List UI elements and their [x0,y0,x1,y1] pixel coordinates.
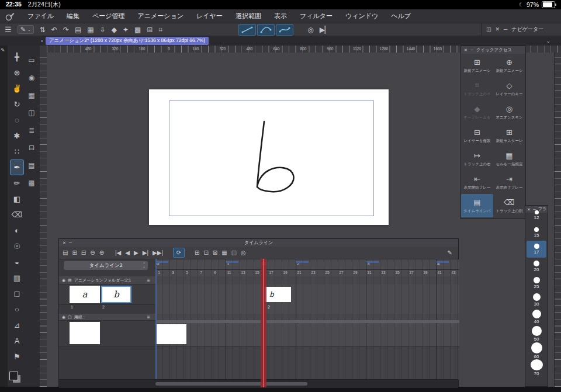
minimize-icon[interactable]: ─ [69,241,72,245]
track-menu-icon[interactable]: ≣ [147,278,150,282]
menu-file[interactable]: ファイル [21,12,60,20]
color-palette-icon[interactable]: ◉ [25,69,38,86]
ruler-tool[interactable]: ⊿ [10,317,24,333]
help-icon[interactable]: ◎ [307,26,313,33]
new-cel-icon[interactable]: ⊞ [195,250,199,256]
timeline-settings-icon[interactable]: ⊟ [81,250,86,256]
blend-tool[interactable]: ◐ [10,223,24,238]
menu-layer[interactable]: レイヤー [190,12,229,20]
grid-icon[interactable]: ⊞ [147,26,153,33]
qa-timeline-palette-selected[interactable]: ▤タイムラインパ [461,194,493,217]
subview-icon[interactable]: ▤ [25,157,38,174]
prev-frame-button[interactable]: ◀ [125,250,130,256]
snap-icon[interactable]: ⌗ [158,26,162,33]
polyline-tool-button[interactable] [238,24,256,36]
qa-onion-skin[interactable]: ◎オニオンスキン [493,100,525,124]
screentone-icon[interactable]: ▩ [134,26,141,33]
eraser-tool[interactable]: ⌫ [10,207,24,223]
track1-header[interactable]: ◉ ▤ アニメーションフォルダー:2:1 ≣ [59,276,155,285]
timeline-cel-block-b[interactable]: b [265,287,291,302]
qa-new-animation-folder[interactable]: ⊞新規アニメーシ [461,54,493,77]
main-color-swatch[interactable] [9,372,18,380]
brush-size-15[interactable]: 15 [527,224,546,241]
timeline-list-icon[interactable]: ▤ [63,250,68,256]
playhead[interactable] [261,259,266,387]
tab-list-chevron-icon[interactable]: ⌄ [546,38,550,44]
new-timeline-icon[interactable]: ⊞ [72,250,77,256]
paper-track-duration-bar[interactable] [155,320,459,323]
redo-icon[interactable]: ↷ [63,26,69,33]
qa-layer-keyframe[interactable]: ◇レイヤーのキー [493,77,525,100]
skip-start-button[interactable]: |◀ [115,250,121,256]
airbrush-tool[interactable]: ∷ [10,144,24,159]
frame-tool[interactable]: ○ [10,301,24,317]
menu-edit[interactable]: 編集 [60,12,86,20]
eye-visible-icon[interactable]: ◉ [62,315,65,319]
swap-arrows-icon[interactable]: ⇅ [40,26,46,33]
pen-tool-selected[interactable]: ✒ [10,159,24,175]
tone-icon[interactable]: ▩ [25,174,38,192]
timeline-name-selector[interactable]: タイムライン2 ⌃⌄ [64,261,148,270]
gradient-tool[interactable]: ▥ [10,270,24,286]
brush-size-17-selected[interactable]: 17 [527,241,546,258]
timeline-seconds-ruler[interactable]: 0 1 16 2 3 4 [155,259,459,270]
animation-cels-icon[interactable]: ▦ [25,86,38,104]
zoom-tool[interactable]: ⊕ [10,65,24,81]
material-icon[interactable]: ◆ [112,26,117,33]
loop-play-button-active[interactable]: ⟳ [173,248,185,258]
wand-icon[interactable]: ✦ [123,26,129,33]
qa-track-delete[interactable]: ⌫トラック上の削 [493,194,525,217]
track-menu-icon[interactable]: ≣ [147,315,150,319]
specify-cel-icon[interactable]: ⊡ [203,250,208,256]
brush-size-50[interactable]: 50 [527,325,546,342]
bezier-tool-button[interactable] [276,24,293,36]
fill-tool[interactable]: ◒ [10,254,24,270]
minimize-icon[interactable]: ─ [470,48,473,52]
app-logo-icon[interactable] [5,12,15,21]
brush-size-30[interactable]: 30 [527,292,546,308]
menu-filter[interactable]: フィルター [293,12,339,20]
skip-end-button[interactable]: ▶▶| [153,250,163,256]
paper-timeline-block[interactable] [155,324,186,344]
undo-icon[interactable]: ↶ [51,26,57,33]
cel-thumbnail-a[interactable]: a [70,286,100,303]
qa-track-shift-right[interactable]: ↦トラック上の右 [461,147,493,171]
qa-new-raster-layer[interactable]: ⊞新規ラスターレ [493,124,525,147]
zoom-out-icon[interactable]: ⊖ [90,250,95,256]
qa-new-animation-cel[interactable]: ⊕新規アニメーシ [493,54,525,77]
brush-size-20[interactable]: 20 [527,258,546,275]
menu-animation[interactable]: アニメーション [131,12,191,20]
qa-duplicate-layer[interactable]: ⊟レイヤーを複製 [461,124,493,147]
liquify-tool[interactable]: ☉ [10,238,24,254]
pencil-tool[interactable]: ✏ [10,175,24,191]
edit-timeline-icon[interactable]: ✎ [448,250,452,256]
brush-size-25[interactable]: 25 [527,275,546,292]
figure-tool[interactable]: ◻ [10,286,24,301]
marker-tool[interactable]: ◧ [10,191,24,207]
move-tool[interactable]: ╋ [10,49,24,65]
decoration-tool[interactable]: ✱ [10,128,24,144]
hand-tool[interactable]: ✌ [10,81,24,96]
qa-display-end-frame[interactable]: ⇥表示終了フレー [493,171,525,194]
new-page-icon[interactable]: ▦ [87,26,94,33]
hamburger-icon[interactable]: ☰ [5,26,12,33]
menu-help[interactable]: ヘルプ [385,12,417,20]
qa-display-start-frame[interactable]: ⇤表示開始フレー [461,171,493,194]
panel-icon[interactable]: ◫ [486,27,491,32]
cel-batch-icon[interactable]: ▦ [221,250,227,256]
zoom-in-icon[interactable]: ⊕ [99,250,104,256]
edit-pen-icon[interactable]: ✎ [1,48,5,53]
qa-keyframe-enable[interactable]: ◆キーフレームを [461,100,493,124]
export-icon[interactable]: ⇩ [100,26,106,33]
tool-property-button[interactable]: ✎ ⌄ [18,25,34,34]
onion-skin-icon[interactable]: ◎ [241,250,246,256]
brush-size-70[interactable]: 70 [527,359,546,376]
minimize-icon[interactable]: ─ [504,27,507,32]
eye-visible-icon[interactable]: ◉ [62,278,65,282]
close-icon[interactable]: ✕ [527,207,531,211]
layer-property-icon[interactable]: ⊟ [25,139,38,157]
menu-page-manage[interactable]: ページ管理 [86,12,131,20]
next-frame-button[interactable]: ▶| [143,250,148,256]
close-icon[interactable]: ✕ [464,48,468,52]
rotate-tool[interactable]: ↻ [10,96,24,112]
